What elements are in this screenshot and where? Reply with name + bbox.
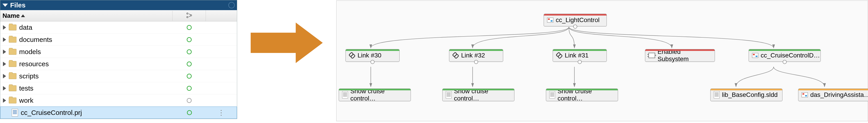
tree-item-label: resources (19, 60, 49, 68)
document-icon (549, 91, 555, 98)
node-cc-lightcontrol[interactable]: cc_LightControl (544, 14, 607, 26)
link-icon (349, 52, 355, 59)
node-label: lib_BaseConfig.sldd (722, 91, 778, 98)
node-link-30[interactable]: Link #30 (345, 49, 400, 62)
status-dot-gray (187, 98, 192, 103)
model-icon (752, 53, 758, 58)
node-show-cruise-2[interactable]: Show cruise control… (442, 89, 515, 101)
status-dot-green (187, 61, 192, 66)
dependency-diagram[interactable]: cc_LightControl Link #30 Link #32 Link #… (336, 0, 868, 121)
expander-icon[interactable] (3, 25, 6, 30)
tree-row-work[interactable]: work (0, 94, 237, 106)
status-dot-green (187, 25, 192, 30)
subsystem-icon (648, 53, 655, 58)
node-label: Link #30 (358, 52, 381, 59)
column-header-git[interactable] (173, 10, 206, 21)
folder-icon (9, 49, 17, 55)
expander-icon[interactable] (3, 37, 6, 42)
gear-icon[interactable] (228, 2, 235, 8)
folder-icon (9, 61, 17, 67)
tree-row-resources[interactable]: resources (0, 58, 237, 70)
status-dot-green (187, 49, 192, 54)
column-header-extra (206, 10, 237, 21)
tree-row-documents[interactable]: documents (0, 34, 237, 46)
node-label: Link #32 (461, 52, 485, 59)
node-label: Link #31 (565, 52, 589, 59)
document-icon (342, 91, 348, 98)
port-icon (783, 60, 787, 64)
tree-item-label: tests (19, 85, 33, 92)
panel-header: Files (0, 0, 237, 10)
folder-icon (9, 25, 17, 30)
collapse-icon[interactable] (2, 4, 8, 7)
tree-item-label: work (19, 97, 33, 104)
column-header-name[interactable]: Name (0, 11, 173, 21)
node-enabled-subsystem[interactable]: Enabled Subsystem (645, 49, 715, 62)
node-label: cc_LightControl (556, 17, 599, 24)
tree-item-label: data (19, 24, 32, 31)
sort-asc-icon (21, 14, 25, 17)
status-dot-green (187, 110, 192, 115)
node-lib-baseconfig[interactable]: lib_BaseConfig.sldd (710, 89, 782, 101)
node-show-cruise-1[interactable]: Show cruise control… (339, 89, 411, 101)
tree-item-label: documents (19, 36, 52, 43)
folder-icon (9, 37, 17, 42)
model-icon (802, 92, 808, 97)
git-branch-icon (186, 12, 192, 19)
port-icon (371, 60, 375, 64)
expander-icon[interactable] (3, 62, 6, 66)
document-icon (446, 91, 452, 98)
arrow-indicator (251, 23, 323, 63)
panel-title: Files (10, 1, 26, 9)
node-label: das_DrivingAssista… (810, 91, 868, 98)
link-icon (556, 52, 562, 59)
node-label: cc_CruiseControlD… (761, 52, 820, 59)
model-icon (547, 18, 553, 23)
tree-row-data[interactable]: data (0, 22, 237, 34)
tree-row-models[interactable]: models (0, 46, 237, 58)
column-headers: Name (0, 10, 237, 22)
node-das-drivingassist[interactable]: das_DrivingAssista… (798, 89, 868, 101)
status-dot-green (187, 74, 192, 79)
expander-icon[interactable] (3, 50, 6, 54)
expander-icon[interactable] (3, 74, 6, 79)
node-show-cruise-3[interactable]: Show cruise control… (546, 89, 618, 101)
node-link-32[interactable]: Link #32 (449, 49, 503, 62)
tree-item-label: cc_CruiseControl.prj (21, 109, 82, 117)
folder-icon (9, 85, 17, 91)
files-panel: Files Name data (0, 0, 237, 119)
document-icon (714, 91, 720, 98)
expander-icon[interactable] (3, 98, 6, 103)
tree-item-label: scripts (19, 72, 39, 80)
tree-row-tests[interactable]: tests (0, 82, 237, 94)
more-icon[interactable]: ⋯ (218, 109, 225, 116)
status-dot-green (187, 86, 192, 91)
expander-icon[interactable] (3, 86, 6, 91)
port-icon (474, 60, 478, 64)
tree-item-label: models (19, 48, 41, 56)
folder-icon (9, 73, 17, 79)
status-dot-green (187, 37, 192, 42)
column-name-label: Name (2, 12, 20, 19)
node-cc-cruisecontrol-d[interactable]: cc_CruiseControlD… (749, 49, 821, 62)
tree-row-scripts[interactable]: scripts (0, 70, 237, 82)
port-icon (578, 60, 582, 64)
node-link-31[interactable]: Link #31 (553, 49, 607, 62)
folder-icon (9, 97, 17, 103)
link-icon (453, 52, 459, 59)
port-icon (573, 25, 577, 29)
file-icon (12, 109, 18, 117)
tree-row-project-file[interactable]: cc_CruiseControl.prj ⋯ (0, 106, 237, 119)
